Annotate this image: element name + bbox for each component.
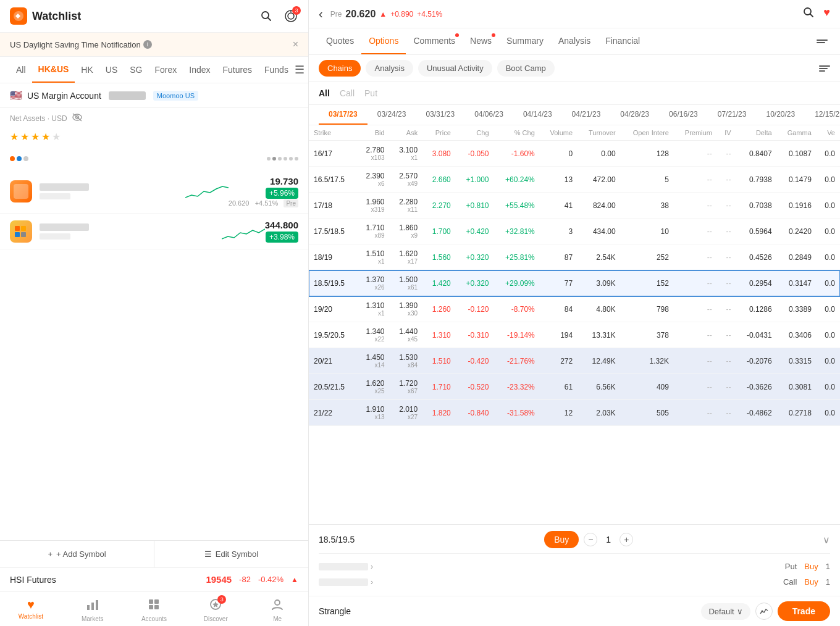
cell-turnover: 3.09K [578, 270, 620, 296]
nav-discover[interactable]: 3 Discover [185, 595, 246, 625]
all-tab[interactable]: All [319, 86, 330, 101]
tab-funds[interactable]: Funds [258, 57, 295, 82]
stock-item-2[interactable]: 344.800 +3.98% [0, 214, 308, 249]
more-tabs-icon[interactable]: ☰ [295, 63, 304, 77]
tab-index[interactable]: Index [183, 57, 216, 82]
date-10-20-23[interactable]: 10/20/23 [756, 105, 805, 125]
cell-gamma: 0.2849 [777, 244, 817, 270]
assets-row: Net Assets · USD [0, 108, 308, 128]
tab-analysis[interactable]: Analysis [551, 28, 598, 54]
star-2: ★ [20, 131, 29, 143]
table-row[interactable]: 16/17 2.780 x103 3.100 x1 3.080 -0.050 -… [309, 141, 840, 167]
svg-point-4 [288, 13, 294, 19]
chart-settings-icon[interactable] [755, 603, 773, 620]
chains-chip[interactable]: Chains [319, 60, 361, 77]
table-row[interactable]: 18/19 1.510 x1 1.620 x17 1.560 +0.320 +2… [309, 244, 840, 270]
date-04-14-23[interactable]: 04/14/23 [513, 105, 562, 125]
date-04-06-23[interactable]: 04/06/23 [464, 105, 513, 125]
trade-button[interactable]: Trade [778, 601, 830, 621]
tab-hkus[interactable]: HK&US [32, 57, 75, 83]
default-button[interactable]: Default ∨ [701, 603, 750, 620]
notification-text: US Daylight Saving Time Notification i [10, 40, 152, 49]
date-03-24-23[interactable]: 03/24/23 [368, 105, 416, 125]
hsi-expand-icon[interactable]: ▲ [291, 575, 298, 584]
notification-close[interactable]: × [293, 39, 298, 50]
strangle-label: Strangle [319, 606, 701, 616]
table-row[interactable]: 20/21 1.450 x14 1.530 x84 1.510 -0.420 -… [309, 348, 840, 374]
table-row[interactable]: 16.5/17.5 2.390 x6 2.570 x49 2.660 +1.00… [309, 167, 840, 193]
stock-item-1[interactable]: 19.730 +5.96% 20.620 +4.51% Pre [0, 170, 308, 214]
edit-symbol-button[interactable]: ☰ Edit Symbol [154, 541, 308, 567]
tab-comments[interactable]: Comments [406, 28, 463, 54]
date-03-17-23[interactable]: 03/17/23 [319, 105, 368, 125]
favorites-icon[interactable]: ♥ [823, 6, 830, 22]
svg-rect-12 [96, 600, 98, 610]
back-button[interactable]: ‹ [319, 7, 323, 21]
tab-financial[interactable]: Financial [598, 28, 647, 54]
cell-pct-chg: -23.32% [494, 374, 540, 400]
call-put-row: All Call Put [309, 82, 840, 105]
svg-rect-10 [87, 605, 90, 610]
add-symbol-button[interactable]: + + Add Symbol [0, 541, 154, 567]
cell-turnover: 6.56K [578, 374, 620, 400]
tab-us[interactable]: US [99, 57, 124, 82]
nav-watchlist[interactable]: ♥ Watchlist [0, 595, 62, 625]
boot-camp-chip[interactable]: Boot Camp [497, 60, 555, 77]
cell-pct-chg: -31.58% [494, 400, 540, 426]
tab-futures[interactable]: Futures [217, 57, 258, 82]
symbol-row: 18.5/19.5 Buy − 1 + ∨ [319, 531, 830, 548]
tab-options[interactable]: Options [361, 28, 406, 54]
table-row[interactable]: 20.5/21.5 1.620 x25 1.720 x67 1.710 -0.5… [309, 374, 840, 400]
date-04-28-23[interactable]: 04/28/23 [610, 105, 659, 125]
cell-bid: 1.370 x26 [356, 270, 390, 296]
tab-summary[interactable]: Summary [499, 28, 551, 54]
unusual-activity-chip[interactable]: Unusual Activity [418, 60, 492, 77]
comments-dot [455, 33, 459, 37]
table-row[interactable]: 17.5/18.5 1.710 x89 1.860 x9 1.700 +0.42… [309, 219, 840, 244]
date-07-21-23[interactable]: 07/21/23 [708, 105, 757, 125]
nav-accounts[interactable]: Accounts [124, 595, 185, 625]
cell-ve: 0.0 [817, 193, 840, 219]
tab-sg[interactable]: SG [124, 57, 148, 82]
table-row[interactable]: 17/18 1.960 x319 2.280 x11 2.270 +0.810 … [309, 193, 840, 219]
hide-assets-icon[interactable] [72, 113, 82, 123]
table-row[interactable]: 18.5/19.5 1.370 x26 1.500 x61 1.420 +0.3… [309, 270, 840, 296]
search-icon[interactable] [259, 9, 274, 23]
call-tab[interactable]: Call [340, 86, 355, 101]
tab-hk[interactable]: HK [75, 57, 99, 82]
cell-turnover: 472.00 [578, 167, 620, 193]
call-label: Call [783, 577, 797, 586]
svg-rect-13 [149, 599, 153, 604]
qty-decrease-button[interactable]: − [584, 533, 597, 546]
cell-delta: -0.0431 [736, 322, 777, 348]
date-12-15-23[interactable]: 12/15/23 [805, 105, 840, 125]
notifications-icon[interactable]: 3 [284, 9, 298, 23]
buy-button[interactable]: Buy [544, 531, 579, 548]
cell-premium: -- [674, 374, 717, 400]
right-search-icon[interactable] [802, 6, 815, 22]
tab-quotes[interactable]: Quotes [319, 28, 361, 54]
selected-symbol: 18.5/19.5 [319, 535, 355, 545]
analysis-chip[interactable]: Analysis [366, 60, 413, 77]
put-tab[interactable]: Put [364, 86, 377, 101]
qty-increase-button[interactable]: + [620, 533, 633, 546]
filter-icon[interactable] [819, 65, 830, 72]
tab-forex[interactable]: Forex [148, 57, 183, 82]
more-options-icon[interactable] [814, 28, 830, 54]
cell-ask: 1.860 x9 [390, 219, 423, 244]
table-row[interactable]: 19.5/20.5 1.340 x22 1.440 x45 1.310 -0.3… [309, 322, 840, 348]
cell-turnover: 2.54K [578, 244, 620, 270]
date-06-16-23[interactable]: 06/16/23 [659, 105, 708, 125]
put-expand-icon[interactable]: › [371, 562, 373, 571]
table-row[interactable]: 21/22 1.910 x13 2.010 x27 1.820 -0.840 -… [309, 400, 840, 426]
nav-markets[interactable]: Markets [62, 595, 124, 625]
expand-icon[interactable]: ∨ [823, 534, 830, 546]
call-expand-icon[interactable]: › [371, 578, 373, 586]
nav-me[interactable]: Me [246, 595, 308, 625]
table-row[interactable]: 19/20 1.310 x1 1.390 x30 1.260 -0.120 -8… [309, 296, 840, 322]
info-icon[interactable]: i [143, 40, 152, 49]
date-04-21-23[interactable]: 04/21/23 [562, 105, 611, 125]
tab-all[interactable]: All [10, 57, 32, 82]
tab-news[interactable]: News [463, 28, 499, 54]
date-03-31-23[interactable]: 03/31/23 [416, 105, 464, 125]
